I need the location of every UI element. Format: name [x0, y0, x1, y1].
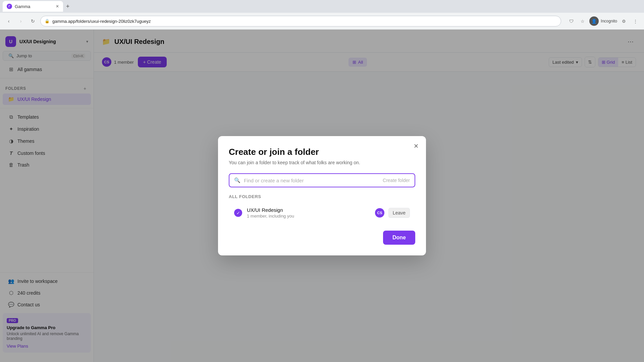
create-folder-label[interactable]: Create folder	[383, 178, 410, 183]
extensions-icon[interactable]: ⚙	[619, 16, 629, 26]
active-tab[interactable]: Γ Gamma ✕	[3, 1, 63, 12]
shield-icon[interactable]: 🛡	[567, 16, 576, 26]
folder-member-avatar: CS	[375, 208, 384, 218]
browser-chrome: Γ Gamma ✕ + ‹ › ↻ 🔒 gamma.app/folders/ux…	[0, 0, 644, 29]
app-layout: U UX/UI Designing ▾ 🔍 Jump to Ctrl+K ⊞ A…	[0, 29, 644, 362]
address-text: gamma.app/folders/uxui-redesign-20liz0zk…	[52, 19, 151, 24]
refresh-button[interactable]: ↻	[28, 16, 38, 26]
folder-info: UX/UI Redesign 1 member, including you	[247, 207, 375, 219]
tab-close-icon[interactable]: ✕	[56, 4, 59, 9]
folder-search-input[interactable]	[244, 178, 379, 183]
modal-overlay[interactable]: ✕ Create or join a folder You can join a…	[0, 29, 644, 362]
nav-extras: 🛡 ☆ 👤 Incognito ⚙ ⋮	[567, 16, 640, 26]
folder-members: 1 member, including you	[247, 214, 375, 219]
modal-subtitle: You can join a folder to keep track of w…	[229, 160, 415, 165]
menu-icon[interactable]: ⋮	[631, 16, 640, 26]
incognito-label: Incognito	[601, 19, 617, 23]
tab-title: Gamma	[15, 4, 30, 9]
lock-icon: 🔒	[45, 19, 50, 23]
profile-icon[interactable]: 👤	[589, 16, 599, 26]
folder-joined-check: ✓	[234, 209, 242, 217]
modal-close-button[interactable]: ✕	[411, 141, 421, 151]
search-icon: 🔍	[234, 177, 240, 183]
forward-button[interactable]: ›	[16, 16, 25, 26]
back-button[interactable]: ‹	[4, 16, 13, 26]
folder-row[interactable]: ✓ UX/UI Redesign 1 member, including you…	[229, 203, 415, 223]
bookmark-icon[interactable]: ☆	[578, 16, 587, 26]
folder-name: UX/UI Redesign	[247, 207, 375, 213]
folder-search-container: 🔍 Create folder	[229, 173, 415, 187]
folder-list: ✓ UX/UI Redesign 1 member, including you…	[229, 203, 415, 223]
leave-folder-button[interactable]: Leave	[388, 208, 410, 218]
modal-title: Create or join a folder	[229, 147, 415, 157]
browser-nav-bar: ‹ › ↻ 🔒 gamma.app/folders/uxui-redesign-…	[0, 13, 644, 29]
all-folders-label: All folders	[229, 194, 415, 199]
done-button[interactable]: Done	[383, 231, 415, 245]
tab-favicon: Γ	[7, 4, 12, 9]
address-bar[interactable]: 🔒 gamma.app/folders/uxui-redesign-20liz0…	[40, 16, 561, 26]
modal-footer: Done	[229, 231, 415, 245]
browser-tabs-bar: Γ Gamma ✕ +	[0, 0, 644, 13]
create-join-folder-modal: ✕ Create or join a folder You can join a…	[218, 136, 426, 255]
new-tab-button[interactable]: +	[63, 2, 72, 11]
